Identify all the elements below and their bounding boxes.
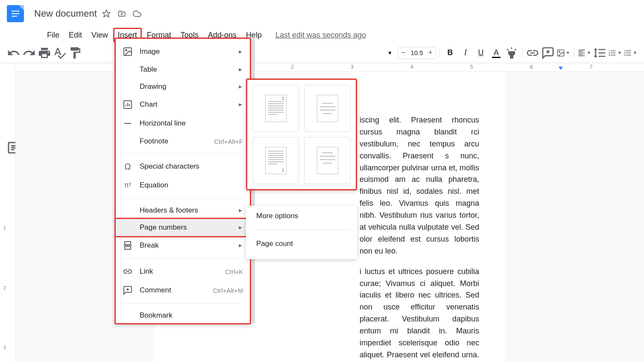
page-num-top-right-all[interactable]: 2 1 (252, 85, 299, 132)
menubar: File Edit View Insert Format Tools Add-o… (0, 27, 644, 43)
numbered-list-button[interactable]: ▼ (608, 46, 622, 60)
print-button[interactable] (38, 46, 51, 60)
menu-item-bookmark[interactable]: Bookmark (116, 307, 250, 320)
bold-button[interactable]: B (443, 46, 457, 60)
submenu-arrow-icon: ► (238, 242, 243, 248)
menu-edit[interactable]: Edit (64, 28, 86, 42)
menu-item-table[interactable]: Table ► (116, 61, 250, 78)
equation-icon: π² (123, 180, 133, 190)
document-title[interactable]: New document (34, 8, 97, 19)
image-icon (123, 47, 133, 57)
link-button[interactable] (526, 46, 539, 60)
underline-button[interactable]: U (474, 46, 488, 60)
font-size-decrease[interactable]: − (398, 47, 408, 58)
italic-button[interactable]: I (459, 46, 472, 60)
menu-item-drawing[interactable]: Drawing ► (116, 78, 250, 95)
zoom-dropdown[interactable]: ▼ (384, 47, 396, 59)
svg-point-2 (559, 51, 560, 52)
menu-item-footnote[interactable]: Footnote Ctrl+Alt+F (116, 133, 250, 150)
menu-item-comment[interactable]: Comment Ctrl+Alt+M (116, 281, 250, 300)
menu-item-image[interactable]: Image ► (116, 42, 250, 61)
menu-item-headers-footers[interactable]: Headers & footers ► (116, 202, 250, 219)
menu-file[interactable]: File (43, 28, 64, 42)
toolbar: ▼ − 10.5 + B I U A ▼ ▼ ▼ ▼ (0, 43, 644, 63)
submenu-arrow-icon: ► (238, 207, 243, 213)
undo-button[interactable] (7, 46, 20, 60)
paragraph: iscing elit. Praesent rhoncus cursus mag… (360, 114, 479, 257)
page-num-bottom-right-all[interactable]: 2 1 (252, 137, 299, 184)
menu-item-horizontal-line[interactable]: Horizontal line (116, 114, 250, 133)
submenu-more-options[interactable]: More options (246, 206, 357, 226)
submenu-arrow-icon: ► (238, 225, 243, 231)
menu-item-page-numbers[interactable]: Page numbers ► (114, 218, 251, 237)
menu-item-chart[interactable]: Chart ► (116, 95, 250, 114)
comment-icon (123, 285, 133, 295)
paragraph: i luctus et ultrices posuere cubilia cur… (360, 266, 479, 362)
docs-logo[interactable] (7, 5, 24, 22)
font-size-increase[interactable]: + (425, 47, 436, 58)
submenu-arrow-icon: ► (238, 102, 243, 108)
header: New document (0, 0, 644, 27)
move-icon[interactable] (117, 9, 126, 18)
break-icon (123, 240, 133, 251)
submenu-arrow-icon: ► (238, 67, 243, 73)
horizontal-ruler[interactable]: 2 3 4 5 6 7 (15, 63, 644, 72)
submenu-arrow-icon: ► (238, 49, 243, 55)
paint-format-button[interactable] (68, 46, 82, 60)
menu-item-equation[interactable]: π² Equation (116, 176, 250, 195)
submenu-arrow-icon: ► (238, 84, 243, 90)
menu-view[interactable]: View (87, 28, 112, 42)
page-num-bottom-right-skip-first[interactable]: 1 (304, 137, 351, 184)
line-spacing-button[interactable] (593, 46, 606, 60)
omega-icon: Ω (123, 161, 133, 172)
menu-item-break[interactable]: Break ► (116, 236, 250, 255)
redo-button[interactable] (22, 46, 36, 60)
submenu-page-count[interactable]: Page count (246, 234, 357, 254)
font-size-value[interactable]: 10.5 (408, 49, 425, 56)
svg-rect-16 (125, 246, 131, 249)
link-icon (123, 266, 133, 277)
svg-marker-0 (102, 10, 110, 17)
highlight-button[interactable] (505, 46, 518, 60)
chart-icon (123, 99, 133, 110)
text-color-button[interactable]: A (489, 46, 503, 60)
page-num-top-right-skip-first[interactable]: 1 (304, 85, 351, 132)
cloud-status-icon[interactable] (133, 9, 141, 18)
horizontal-line-icon (123, 118, 133, 128)
spellcheck-button[interactable] (53, 46, 67, 60)
right-indent-marker[interactable] (559, 67, 563, 70)
menu-item-special-characters[interactable]: Ω Special characters (116, 157, 250, 176)
bulleted-list-button[interactable]: ▼ (624, 46, 637, 60)
align-button[interactable]: ▼ (577, 46, 591, 60)
vertical-ruler: 1 2 3 (0, 63, 15, 362)
comment-button[interactable] (541, 46, 555, 60)
menu-item-link[interactable]: Link Ctrl+K (116, 262, 250, 281)
page-numbers-submenu: 2 1 1 2 1 (246, 79, 357, 190)
svg-point-8 (126, 50, 127, 51)
page-numbers-submenu-extra: More options Page count (246, 206, 357, 259)
svg-rect-14 (125, 242, 131, 245)
insert-image-button[interactable]: ▼ (556, 46, 570, 60)
star-icon[interactable] (102, 9, 111, 18)
last-edit-link[interactable]: Last edit was seconds ago (275, 31, 366, 40)
insert-dropdown-menu: Image ► Table ► Drawing ► Chart ► Horizo… (114, 38, 251, 324)
